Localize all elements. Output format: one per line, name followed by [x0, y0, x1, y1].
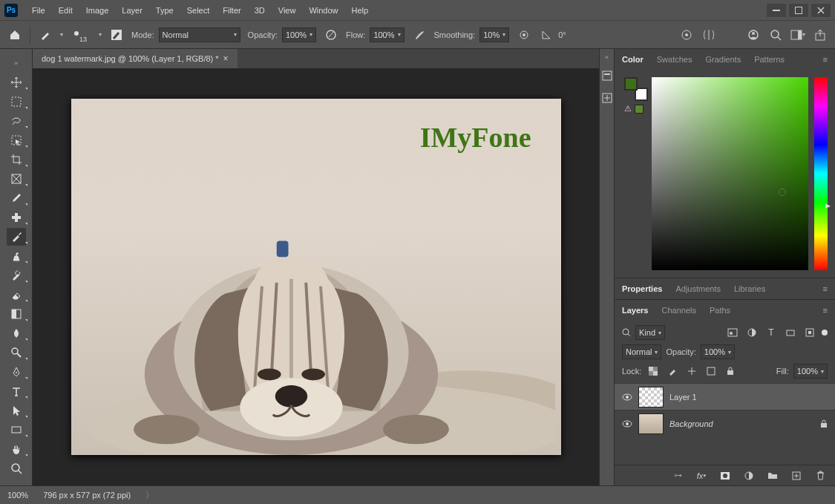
lock-position-icon[interactable]	[684, 364, 699, 379]
pressure-size-icon[interactable]	[679, 27, 694, 42]
document-tab[interactable]: dog 1 watermark.jpg @ 100% (Layer 1, RGB…	[33, 49, 238, 68]
tab-channels[interactable]: Channels	[661, 306, 695, 315]
tab-swatches[interactable]: Swatches	[657, 55, 692, 64]
canvas-viewport[interactable]: IMyFone	[33, 68, 599, 485]
lock-all-icon[interactable]	[723, 364, 738, 379]
symmetry-icon[interactable]	[701, 27, 716, 42]
tab-properties[interactable]: Properties	[622, 284, 662, 293]
tab-color[interactable]: Color	[622, 55, 644, 64]
layer-style-icon[interactable]: fx▾	[694, 468, 709, 483]
blend-mode-select[interactable]: Normal▾	[159, 27, 240, 42]
adjustment-layer-icon[interactable]	[741, 468, 756, 483]
layer-blend-mode-select[interactable]: Normal▾	[622, 344, 661, 359]
move-tool[interactable]	[7, 73, 26, 91]
toolbox-collapse-icon[interactable]: »	[14, 59, 18, 67]
smoothing-input[interactable]: 10%▾	[479, 27, 509, 42]
visibility-icon[interactable]	[622, 393, 632, 401]
filter-toggle[interactable]	[822, 330, 828, 336]
layer-row[interactable]: Background	[615, 410, 835, 436]
smoothing-options-icon[interactable]	[517, 27, 531, 42]
hand-tool[interactable]	[7, 440, 26, 458]
menu-view[interactable]: View	[272, 0, 303, 20]
filter-type-icon[interactable]: T	[764, 325, 779, 340]
layer-filter-select[interactable]: Kind▾	[635, 325, 665, 340]
tab-patterns[interactable]: Patterns	[754, 55, 785, 64]
layer-row[interactable]: Layer 1	[615, 383, 835, 410]
frame-tool[interactable]	[7, 170, 26, 188]
tab-adjustments[interactable]: Adjustments	[675, 284, 721, 293]
zoom-level[interactable]: 100%	[7, 491, 28, 500]
eyedropper-tool[interactable]	[7, 189, 26, 207]
rail-icon-2[interactable]	[600, 91, 615, 105]
new-group-icon[interactable]	[765, 468, 780, 483]
history-brush-tool[interactable]	[7, 266, 26, 284]
tool-preset-icon[interactable]	[38, 27, 53, 42]
lock-transparency-icon[interactable]	[646, 364, 661, 379]
filter-shape-icon[interactable]	[783, 325, 798, 340]
filter-smart-icon[interactable]	[802, 325, 817, 340]
blur-tool[interactable]	[7, 324, 26, 342]
pressure-opacity-icon[interactable]	[324, 27, 338, 42]
maximize-button[interactable]	[789, 4, 808, 17]
type-tool[interactable]	[7, 382, 26, 400]
menu-select[interactable]: Select	[180, 0, 217, 20]
close-button[interactable]	[811, 4, 831, 17]
fg-bg-swatch[interactable]	[624, 77, 644, 96]
foreground-color-swatch[interactable]	[624, 77, 638, 91]
link-layers-icon[interactable]: ⊶	[670, 468, 685, 483]
search-icon[interactable]	[768, 27, 783, 42]
canvas[interactable]: IMyFone	[71, 99, 561, 455]
filter-adjust-icon[interactable]	[744, 325, 759, 340]
clone-stamp-tool[interactable]	[7, 247, 26, 265]
chevron-down-icon[interactable]: ▾	[60, 31, 63, 38]
path-select-tool[interactable]	[7, 402, 26, 419]
share-icon[interactable]	[813, 27, 828, 42]
brush-panel-toggle-icon[interactable]	[109, 27, 124, 42]
status-flyout-icon[interactable]: 〉	[145, 490, 154, 501]
rail-collapse-icon[interactable]: «	[605, 53, 609, 61]
menu-help[interactable]: Help	[345, 0, 376, 20]
tab-layers[interactable]: Layers	[622, 306, 648, 315]
cloud-docs-icon[interactable]	[746, 27, 761, 42]
menu-window[interactable]: Window	[302, 0, 344, 20]
rail-icon-1[interactable]	[600, 68, 615, 83]
gradient-tool[interactable]	[7, 305, 26, 323]
layer-name[interactable]: Layer 1	[669, 393, 697, 402]
workspace-icon[interactable]: ▾	[790, 27, 805, 42]
tab-libraries[interactable]: Libraries	[734, 284, 765, 293]
layer-fill-input[interactable]: 100%▾	[793, 364, 828, 379]
lasso-tool[interactable]	[7, 112, 26, 130]
healing-brush-tool[interactable]	[7, 209, 26, 226]
dodge-tool[interactable]	[7, 344, 26, 361]
lock-pixels-icon[interactable]	[665, 364, 680, 379]
color-cursor[interactable]	[779, 189, 786, 196]
brush-preset[interactable]: 13 ▾	[71, 29, 102, 41]
delete-layer-icon[interactable]	[813, 468, 828, 483]
new-layer-icon[interactable]	[789, 468, 804, 483]
menu-image[interactable]: Image	[79, 0, 116, 20]
eraser-tool[interactable]	[7, 286, 26, 304]
panel-menu-icon[interactable]: ≡	[823, 306, 828, 315]
menu-file[interactable]: File	[25, 0, 52, 20]
hue-slider[interactable]	[814, 77, 828, 270]
lock-artboard-icon[interactable]	[704, 364, 718, 379]
menu-filter[interactable]: Filter	[216, 0, 247, 20]
pen-tool[interactable]	[7, 363, 26, 381]
close-icon[interactable]: ×	[223, 53, 229, 64]
layer-thumbnail[interactable]	[638, 413, 664, 434]
object-select-tool[interactable]	[7, 131, 26, 149]
crop-tool[interactable]	[7, 151, 26, 168]
color-field[interactable]	[652, 77, 808, 270]
angle-icon[interactable]	[539, 27, 554, 42]
hue-indicator-icon[interactable]: ▶	[825, 202, 831, 209]
zoom-tool[interactable]	[7, 459, 26, 477]
menu-layer[interactable]: Layer	[115, 0, 149, 20]
tab-paths[interactable]: Paths	[710, 306, 730, 315]
home-icon[interactable]	[7, 27, 22, 42]
flow-input[interactable]: 100%▾	[370, 27, 404, 42]
visibility-icon[interactable]	[622, 420, 632, 428]
document-info[interactable]: 796 px x 577 px (72 ppi)	[43, 491, 131, 500]
menu-type[interactable]: Type	[149, 0, 180, 20]
panel-menu-icon[interactable]: ≡	[823, 55, 828, 64]
rectangle-tool[interactable]	[7, 421, 26, 439]
